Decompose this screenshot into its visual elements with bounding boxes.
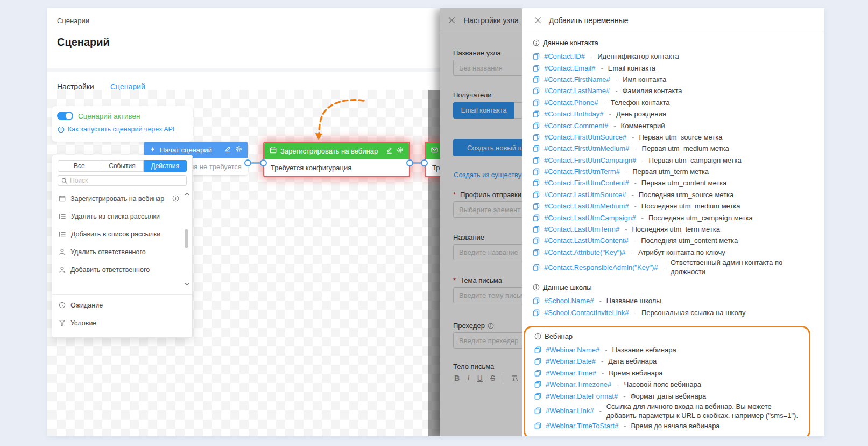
copy-icon[interactable] (533, 249, 540, 256)
action-add-responsible[interactable]: Добавить ответственного (52, 261, 192, 278)
copy-icon[interactable] (534, 346, 541, 353)
variable-row[interactable]: #Contact.Comment# - Комментарий (533, 120, 814, 131)
variable-row[interactable]: #Contact.ResponsibleAdmin("Key")# - Отве… (533, 258, 814, 276)
variable-row[interactable]: #Webinar.Timezone# - Часовой пояс вебина… (534, 379, 803, 390)
variable-token[interactable]: #Webinar.Timezone# (546, 380, 611, 388)
edge-1-in-port[interactable] (260, 159, 267, 166)
variable-token[interactable]: #Contact.FirstUtmTerm# (544, 168, 620, 176)
action-condition[interactable]: Условие (52, 314, 192, 332)
variable-token[interactable]: #Contact.LastName# (544, 87, 610, 95)
variable-row[interactable]: #Contact.Phone# - Телефон контакта (533, 97, 814, 108)
copy-icon[interactable] (533, 65, 540, 72)
gear-icon[interactable] (235, 145, 242, 154)
variable-token[interactable]: #Contact.FirstUtmSource# (544, 133, 626, 141)
copy-icon[interactable] (533, 168, 540, 175)
variable-token[interactable]: #Contact.LastUtmContent# (544, 236, 629, 245)
list-scrollbar[interactable] (184, 191, 190, 288)
action-search[interactable] (58, 175, 187, 186)
copy-icon[interactable] (533, 122, 540, 129)
chevron-down-icon[interactable] (184, 281, 190, 288)
variable-token[interactable]: #Webinar.Name# (546, 346, 599, 354)
action-remove-responsible[interactable]: Удалить ответственного (52, 243, 192, 261)
edit-pencil-icon[interactable] (224, 145, 231, 154)
action-remove-from-list[interactable]: Удалить из списка рассылки (52, 207, 192, 225)
variable-row[interactable]: #Contact.Attribute("Key")# - Атрибут кон… (533, 247, 814, 258)
copy-icon[interactable] (533, 157, 540, 164)
copy-icon[interactable] (534, 370, 541, 377)
copy-icon[interactable] (533, 134, 540, 141)
variable-row[interactable]: #Webinar.Name# - Название вебинара (534, 344, 803, 356)
variable-token[interactable]: #Contact.FirstUtmContent# (544, 179, 629, 187)
variable-row[interactable]: #School.Name# - Название школы (533, 295, 814, 306)
variable-row[interactable]: #Contact.ID# - Идентификатор контакта (533, 51, 814, 62)
copy-icon[interactable] (534, 381, 541, 388)
copy-icon[interactable] (534, 358, 541, 365)
edge-1-out-port[interactable] (244, 159, 251, 166)
copy-icon[interactable] (533, 145, 540, 152)
variable-token[interactable]: #School.Name# (544, 297, 594, 305)
variable-row[interactable]: #Webinar.Link# - Ссылка для личного вход… (534, 402, 803, 420)
node-register-webinar[interactable]: Зарегистрировать на вебинар Требуется ко… (263, 142, 410, 177)
api-launch-link[interactable]: Как запустить сценарий через API (58, 126, 174, 133)
variable-token[interactable]: #Webinar.Link# (546, 407, 594, 415)
variable-token[interactable]: #Contact.LastUtmMedium# (544, 202, 629, 210)
variable-row[interactable]: #Contact.LastUtmTerm# - Последняя utm_te… (533, 224, 814, 235)
variable-row[interactable]: #Webinar.TimeToStart# - Время до начала … (534, 420, 803, 431)
variable-token[interactable]: #Contact.FirstName# (544, 75, 610, 83)
copy-icon[interactable] (533, 110, 540, 117)
copy-icon[interactable] (534, 422, 541, 429)
tab-all[interactable]: Все (58, 160, 101, 172)
variable-row[interactable]: #Contact.LastUtmMedium# - Последняя utm_… (533, 200, 814, 212)
variable-token[interactable]: #Contact.LastUtmSource# (544, 191, 626, 199)
copy-icon[interactable] (533, 191, 540, 198)
variable-token[interactable]: #School.ContactInviteLink# (544, 309, 629, 317)
scrollbar-thumb[interactable] (185, 229, 188, 248)
variable-row[interactable]: #Contact.FirstUtmSource# - Первая utm_so… (533, 131, 814, 143)
scenario-active-toggle[interactable] (57, 111, 73, 120)
variable-token[interactable]: #Contact.FirstUtmMedium# (544, 144, 629, 152)
action-wait[interactable]: Ожидание (52, 296, 192, 314)
variable-row[interactable]: #Contact.LastUtmContent# - Последняя utm… (533, 235, 814, 246)
variable-token[interactable]: #Contact.ID# (544, 52, 585, 60)
variable-token[interactable]: #Contact.FirstUtmCampaign# (544, 156, 636, 164)
tab-events[interactable]: События (101, 160, 144, 172)
edit-pencil-icon[interactable] (386, 147, 393, 155)
copy-icon[interactable] (533, 214, 540, 221)
edge-2-out-port[interactable] (406, 159, 413, 166)
copy-icon[interactable] (533, 99, 540, 106)
copy-icon[interactable] (533, 179, 540, 186)
copy-icon[interactable] (533, 226, 540, 233)
variable-token[interactable]: #Contact.LastUtmTerm# (544, 225, 619, 233)
variable-row[interactable]: #Contact.FirstUtmTerm# - Первая utm_term… (533, 166, 814, 177)
copy-icon[interactable] (533, 203, 540, 210)
gear-icon[interactable] (397, 147, 404, 155)
variable-row[interactable]: #Contact.Birthday# - День рождения (533, 108, 814, 120)
variable-row[interactable]: #Contact.FirstUtmCampaign# - Первая utm_… (533, 155, 814, 166)
breadcrumb[interactable]: Сценарии (57, 17, 89, 25)
copy-icon[interactable] (533, 87, 540, 94)
variable-token[interactable]: #Contact.Email# (544, 64, 595, 72)
copy-icon[interactable] (533, 297, 540, 304)
variable-token[interactable]: #Contact.Birthday# (544, 110, 604, 118)
copy-icon[interactable] (533, 53, 540, 60)
variable-row[interactable]: #Webinar.Time# - Время вебинара (534, 367, 803, 379)
variable-row[interactable]: #Contact.FirstUtmMedium# - Первая utm_me… (533, 143, 814, 154)
copy-icon[interactable] (533, 264, 540, 271)
copy-icon[interactable] (534, 393, 541, 400)
variable-token[interactable]: #Contact.LastUtmCampaign# (544, 214, 636, 222)
variable-token[interactable]: #Contact.Comment# (544, 122, 608, 130)
info-icon[interactable] (172, 195, 179, 202)
copy-icon[interactable] (533, 237, 540, 244)
variable-row[interactable]: #Contact.Email# - Email контакта (533, 62, 814, 73)
variable-row[interactable]: #Contact.LastName# - Фамилия контакта (533, 85, 814, 96)
variable-row[interactable]: #Contact.FirstName# - Имя контакта (533, 74, 814, 85)
copy-icon[interactable] (534, 407, 541, 414)
variable-row[interactable]: #Contact.LastUtmSource# - Последняя utm_… (533, 189, 814, 200)
tab-actions[interactable]: Действия (144, 160, 187, 172)
close-icon[interactable] (534, 16, 542, 24)
edge-2-in-port[interactable] (421, 159, 428, 166)
variable-token[interactable]: #Contact.Attribute("Key")# (544, 248, 626, 256)
variable-row[interactable]: #Contact.LastUtmCampaign# - Последняя ut… (533, 212, 814, 223)
action-add-to-list[interactable]: Добавить в список рассылки (52, 225, 192, 243)
variable-token[interactable]: #Contact.ResponsibleAdmin("Key")# (544, 263, 658, 271)
